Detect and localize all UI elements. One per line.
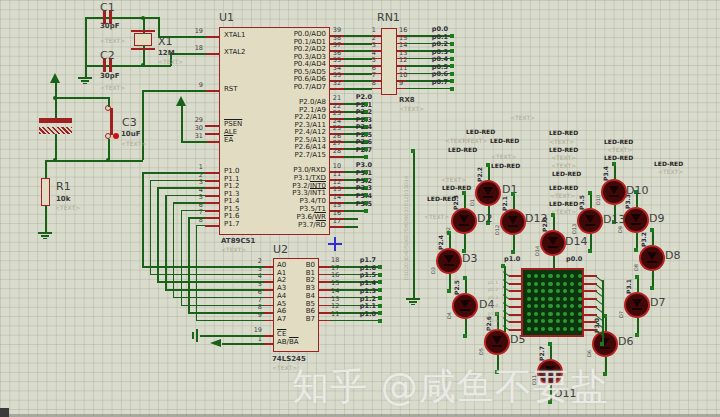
wire: [200, 335, 264, 337]
net-label: P3.3: [346, 185, 372, 192]
wire: [188, 312, 264, 314]
ground-icon: [38, 232, 52, 240]
wire: [45, 206, 47, 232]
junction-dot: [53, 96, 57, 100]
matrix-pin-label: p1.7: [488, 325, 498, 332]
terminal: [447, 289, 451, 293]
wire: [652, 271, 654, 286]
terminal: [378, 296, 382, 300]
matrix-dot: [548, 297, 552, 301]
matrix-dot: [556, 319, 560, 323]
wire: [449, 274, 451, 289]
push-button[interactable]: [110, 108, 113, 135]
led-symbol-icon: [460, 309, 470, 311]
led-ref-rot: D5: [478, 341, 486, 355]
corner-mark: [0, 408, 9, 417]
r1-value: 10k: [56, 195, 70, 203]
wire: [142, 172, 205, 174]
pin-number: 8: [362, 80, 376, 87]
terminal: [463, 334, 467, 338]
pin-number: 25: [330, 125, 344, 132]
led-label: D14: [565, 236, 587, 247]
wire: [222, 343, 264, 345]
c3-value: 10uF: [121, 130, 141, 138]
matrix-dot: [563, 312, 567, 316]
pin-number: 11: [331, 311, 345, 318]
matrix-dot: [527, 319, 531, 323]
power-arrow-left-icon: [210, 339, 221, 347]
wire: [85, 65, 171, 67]
placeholder-label: <TEXT>: [549, 138, 574, 145]
wire: [205, 53, 219, 55]
r1-placeholder: <TEXT>: [55, 204, 80, 211]
wire: [372, 88, 381, 90]
matrix-dot: [548, 274, 552, 278]
capacitor-c3[interactable]: [39, 118, 72, 123]
wire: [344, 218, 358, 220]
led-label: D13: [603, 214, 625, 225]
terminal: [378, 280, 382, 284]
pin-name: P3.5/T1: [230, 206, 326, 213]
led-label: D2: [477, 213, 492, 224]
wire: [165, 195, 205, 197]
matrix-dot: [541, 327, 545, 331]
net-label: p1.3: [346, 288, 376, 295]
terminal: [364, 209, 368, 213]
led-symbol-icon: [459, 224, 469, 226]
wire: [205, 225, 219, 227]
wire: [319, 266, 331, 268]
terminal: [364, 155, 368, 159]
placeholder-label: <TEXT>: [510, 114, 535, 121]
wire: [264, 289, 273, 291]
led-label: D8: [665, 250, 680, 261]
placeholder-label: <TEXT>: [551, 208, 576, 215]
terminal: [450, 79, 454, 83]
matrix-dot: [556, 304, 560, 308]
wire: [205, 210, 219, 212]
led-ref-rot: D13: [571, 220, 579, 234]
led-red-label: LED-RED: [549, 146, 578, 153]
schematic-canvas: U1AT89C51<TEXT>19XTAL118XTAL29RST29PSEN3…: [0, 0, 720, 417]
matrix-dot: [534, 282, 538, 286]
wire: [188, 217, 205, 219]
led-net-label: P2.4: [437, 220, 445, 250]
wire: [264, 335, 273, 337]
terminal: [588, 191, 592, 195]
wire: [513, 235, 515, 250]
wire: [319, 305, 331, 307]
wire: [142, 90, 206, 92]
wire: [181, 210, 183, 305]
led-red-label: LED-RED: [604, 138, 633, 145]
crystal-x1[interactable]: [134, 33, 152, 46]
resistor-r1[interactable]: [41, 178, 50, 206]
led-net-label: P3.5: [578, 180, 586, 210]
watermark: 知乎 @咸鱼不要盐: [292, 362, 609, 412]
push-button-marker[interactable]: [113, 133, 119, 139]
net-label: p0.0: [418, 26, 448, 33]
wire: [142, 266, 264, 268]
pin-name: P0.4/AD4: [230, 61, 326, 68]
wire: [131, 30, 155, 32]
wire: [45, 160, 47, 178]
matrix-dot: [527, 312, 531, 316]
terminal: [634, 248, 638, 252]
rn1-body[interactable]: [381, 28, 397, 95]
led-ref-rot: D6: [586, 343, 594, 357]
wire: [344, 226, 358, 228]
wire: [205, 202, 219, 204]
pin-name: P3.0/RXD: [230, 167, 326, 174]
matrix-pin-label: p1.6: [488, 317, 498, 324]
wire: [142, 172, 144, 266]
placeholder-label: <TEXT>: [551, 162, 576, 169]
terminal: [600, 342, 604, 346]
c1-ref: C1: [100, 2, 115, 13]
matrix-dot: [578, 297, 582, 301]
wire: [142, 90, 144, 160]
net-label: P2.4: [346, 124, 372, 131]
led-net-label: P2.5: [453, 265, 461, 295]
wire: [509, 275, 522, 277]
pin-name: P2.6/A14: [230, 144, 326, 151]
pin-name: P3.1/TXD: [230, 175, 326, 182]
terminal: [650, 228, 654, 232]
u1-ref: U1: [219, 12, 234, 23]
